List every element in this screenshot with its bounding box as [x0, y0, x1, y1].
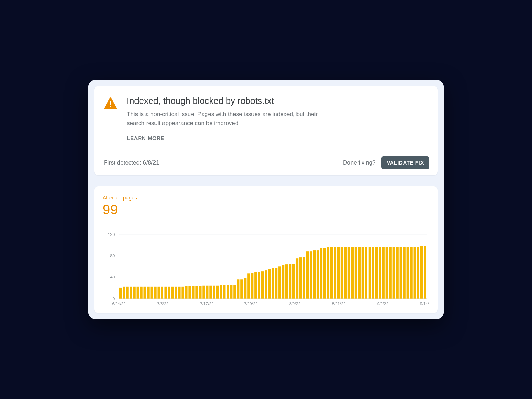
chart-bar	[130, 287, 132, 299]
chart-bar	[389, 247, 392, 299]
issue-header: Indexed, though blocked by robots.txt Th…	[94, 86, 438, 150]
chart-bar	[372, 247, 374, 299]
report-panel: Indexed, though blocked by robots.txt Th…	[88, 80, 444, 319]
svg-text:9/14/22: 9/14/22	[420, 302, 429, 306]
learn-more-link[interactable]: LEARN MORE	[127, 135, 165, 141]
chart-bar	[289, 264, 291, 299]
chart-bar	[375, 247, 378, 299]
chart-bar	[303, 257, 305, 299]
first-detected-label: First detected: 6/8/21	[104, 159, 159, 166]
chart-bar	[362, 247, 364, 299]
chart-bar	[223, 285, 225, 299]
done-fixing-label: Done fixing?	[343, 159, 376, 166]
chart-bar	[140, 287, 143, 299]
chart-bar	[407, 247, 409, 299]
chart-bar	[188, 286, 191, 299]
issue-text-block: Indexed, though blocked by robots.txt Th…	[127, 96, 335, 141]
action-row: First detected: 6/8/21 Done fixing? VALI…	[94, 150, 438, 175]
chart-bar	[213, 286, 215, 299]
chart-bar	[351, 247, 354, 299]
chart-bar	[355, 247, 357, 299]
svg-text:6/24/22: 6/24/22	[112, 302, 126, 306]
chart-bar	[168, 287, 170, 299]
chart-bar	[337, 247, 340, 299]
chart-bar	[126, 287, 129, 299]
svg-text:120: 120	[108, 232, 115, 237]
chart-bar	[254, 272, 257, 299]
chart-bar	[209, 286, 212, 299]
chart-bar	[292, 264, 295, 299]
chart-bar	[275, 268, 277, 299]
warning-icon	[104, 97, 117, 110]
chart-bar	[154, 287, 156, 299]
svg-text:9/2/22: 9/2/22	[377, 302, 389, 306]
issue-title: Indexed, though blocked by robots.txt	[127, 96, 335, 106]
chart-bar	[278, 267, 281, 299]
svg-text:40: 40	[110, 275, 115, 279]
chart-bar	[178, 287, 180, 299]
chart-bar	[348, 247, 350, 299]
chart-bar	[320, 248, 322, 299]
chart-bar	[233, 285, 236, 299]
chart-bar	[261, 271, 264, 299]
chart-bar	[192, 286, 194, 299]
chart-bar	[341, 247, 343, 299]
chart-bar	[199, 286, 201, 299]
svg-text:8/21/22: 8/21/22	[332, 302, 345, 306]
affected-pages-chart: 040801206/24/227/5/227/17/227/29/228/9/2…	[103, 232, 429, 307]
chart-bar	[310, 251, 312, 299]
validate-fix-button[interactable]: VALIDATE FIX	[381, 156, 429, 169]
chart-bar	[195, 286, 198, 299]
chart-bar	[282, 265, 284, 299]
bar-chart-svg: 040801206/24/227/5/227/17/227/29/228/9/2…	[103, 232, 429, 307]
chart-bar	[206, 286, 208, 299]
chart-bar	[344, 247, 347, 299]
chart-bar	[410, 247, 413, 299]
chart-bar	[151, 287, 153, 299]
chart-bar	[258, 272, 260, 299]
chart-bar	[237, 280, 239, 299]
chart-card: Affected pages 99 040801206/24/227/5/227…	[94, 186, 438, 313]
chart-bar	[119, 288, 122, 299]
svg-text:80: 80	[110, 254, 115, 258]
chart-bar	[420, 246, 423, 299]
chart-bar	[272, 268, 274, 299]
chart-bar	[171, 287, 174, 299]
chart-bar	[379, 247, 381, 299]
chart-bar	[393, 247, 395, 299]
svg-rect-1	[110, 106, 111, 107]
issue-subtitle: This is a non-critical issue. Pages with…	[127, 110, 335, 127]
svg-rect-0	[110, 101, 111, 105]
chart-bar	[133, 287, 136, 299]
affected-pages-value: 99	[103, 202, 429, 218]
chart-bar	[220, 285, 222, 299]
chart-bar	[202, 286, 205, 299]
action-right: Done fixing? VALIDATE FIX	[343, 156, 429, 169]
chart-bar	[306, 251, 309, 299]
chart-bar	[382, 247, 385, 299]
chart-bar	[181, 287, 184, 299]
chart-bar	[265, 270, 267, 299]
chart-bar	[240, 280, 243, 299]
svg-text:0: 0	[113, 296, 115, 301]
chart-bar	[296, 259, 298, 299]
svg-text:7/5/22: 7/5/22	[157, 302, 169, 306]
divider	[94, 225, 438, 225]
chart-bar	[216, 286, 219, 299]
issue-summary-card: Indexed, though blocked by robots.txt Th…	[94, 86, 438, 175]
chart-bar	[299, 257, 302, 299]
chart-bar	[247, 274, 250, 299]
chart-bar	[313, 250, 316, 299]
chart-bar	[268, 269, 271, 299]
svg-text:7/17/22: 7/17/22	[200, 302, 214, 306]
chart-bar	[230, 285, 232, 299]
chart-bar	[175, 287, 177, 299]
chart-bar	[403, 247, 406, 299]
chart-bar	[251, 273, 253, 299]
chart-bar	[323, 248, 326, 299]
chart-bar	[317, 250, 319, 299]
svg-text:8/9/22: 8/9/22	[289, 302, 301, 306]
chart-bar	[369, 247, 371, 299]
chart-bar	[137, 287, 139, 299]
chart-bar	[386, 247, 388, 299]
